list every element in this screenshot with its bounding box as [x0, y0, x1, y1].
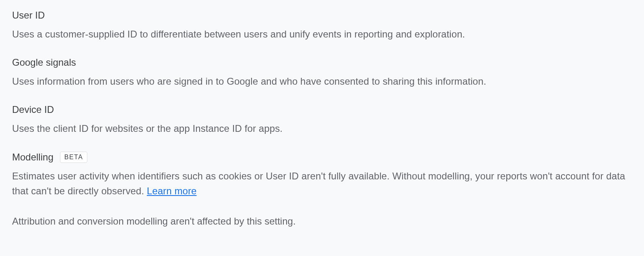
learn-more-link[interactable]: Learn more	[147, 185, 197, 196]
beta-badge: BETA	[60, 152, 88, 163]
section-user-id: User ID Uses a customer-supplied ID to d…	[12, 10, 632, 42]
footer-note: Attribution and conversion modelling are…	[12, 214, 632, 229]
heading-text: Device ID	[12, 104, 54, 115]
heading-text: Google signals	[12, 57, 76, 68]
heading-user-id: User ID	[12, 10, 632, 21]
heading-text: Modelling	[12, 152, 54, 163]
heading-google-signals: Google signals	[12, 57, 632, 68]
description-text: Estimates user activity when identifiers…	[12, 171, 625, 196]
heading-text: User ID	[12, 10, 45, 21]
description-device-id: Uses the client ID for websites or the a…	[12, 121, 632, 136]
section-device-id: Device ID Uses the client ID for website…	[12, 104, 632, 136]
section-google-signals: Google signals Uses information from use…	[12, 57, 632, 89]
section-modelling: Modelling BETA Estimates user activity w…	[12, 152, 632, 198]
description-google-signals: Uses information from users who are sign…	[12, 74, 632, 89]
description-modelling: Estimates user activity when identifiers…	[12, 169, 632, 198]
heading-device-id: Device ID	[12, 104, 632, 115]
heading-modelling: Modelling BETA	[12, 152, 632, 163]
description-user-id: Uses a customer-supplied ID to different…	[12, 27, 632, 42]
